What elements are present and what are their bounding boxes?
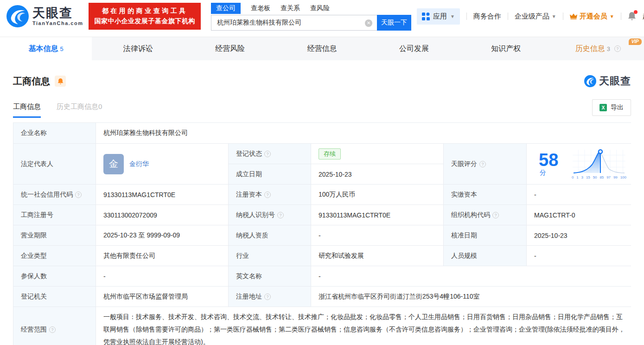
search-tab-boss[interactable]: 查老板 bbox=[251, 3, 270, 14]
field-value-insured-count: - bbox=[96, 266, 228, 286]
field-value-staff-size: - bbox=[527, 246, 634, 266]
help-icon[interactable] bbox=[264, 294, 271, 300]
tab-count: 3 bbox=[607, 45, 610, 52]
field-label-registration-status: 登记状态 bbox=[229, 144, 311, 164]
crown-icon bbox=[570, 13, 577, 19]
business-info-table: 企业名称 杭州珀莱雅生物科技有限公司 法定代表人 金 金衍华 登记状态 存续 成… bbox=[13, 122, 631, 345]
field-label-insured-count: 参保人数 bbox=[13, 266, 96, 286]
field-value-taxpayer-id: 91330113MAG1CTRT0E bbox=[311, 205, 443, 225]
promo-banner[interactable]: 都在用的商业查询工具 国家中小企业发展子基金旗下机构 bbox=[89, 3, 201, 29]
score-distribution-chart: 0131550859799100 bbox=[572, 149, 626, 179]
help-icon[interactable] bbox=[49, 326, 56, 333]
field-label-tianyan-score: 天眼评分 bbox=[444, 144, 526, 184]
field-value-business-scope: 一般项目：技术服务、技术开发、技术咨询、技术交流、技术转让、技术推广；化妆品批发… bbox=[96, 307, 634, 345]
field-value-paid-capital: - bbox=[527, 185, 634, 204]
divider bbox=[563, 13, 563, 20]
search-button[interactable]: 天眼一下 bbox=[377, 15, 411, 31]
field-value-credit-code: 91330113MAG1CTRT0E bbox=[96, 185, 228, 204]
tab-operational-risk[interactable]: 经营风险 bbox=[184, 37, 276, 60]
help-icon[interactable] bbox=[614, 45, 621, 52]
field-label-paid-capital: 实缴资本 bbox=[444, 185, 526, 204]
tianyancha-logo-icon bbox=[584, 75, 596, 87]
field-label-company-type: 企业类型 bbox=[13, 246, 96, 266]
legal-representative-link[interactable]: 金衍华 bbox=[129, 160, 149, 168]
score-curve bbox=[572, 149, 626, 175]
promo-line-2: 国家中小企业发展子基金旗下机构 bbox=[94, 16, 195, 26]
search-input[interactable] bbox=[211, 15, 377, 30]
field-value-english-name: - bbox=[311, 266, 634, 286]
brand-name: 天眼查 bbox=[32, 7, 83, 19]
field-label-business-scope: 经营范围 bbox=[13, 307, 96, 345]
tab-business-info[interactable]: 经营信息 bbox=[276, 37, 368, 60]
chevron-down-icon bbox=[450, 14, 455, 19]
divider bbox=[508, 13, 508, 20]
brand-domain: TianYanCha.com bbox=[32, 20, 83, 26]
menu-open-vip[interactable]: 开通会员 bbox=[570, 12, 614, 21]
field-label-approval-date: 核准日期 bbox=[444, 225, 526, 245]
tab-count: 5 bbox=[60, 45, 64, 52]
help-icon[interactable] bbox=[264, 151, 271, 157]
tab-company-development[interactable]: 公司发展 bbox=[368, 37, 460, 60]
business-registration-section: 工商信息 天眼查 工商信息 历史工商信息0 导出 企业名称 bbox=[0, 74, 644, 345]
help-icon[interactable] bbox=[479, 161, 486, 167]
field-value-organization-code: MAG1CTRT-0 bbox=[527, 205, 634, 225]
field-label-company-name: 企业名称 bbox=[13, 123, 96, 143]
field-label-credit-code: 统一社会信用代码 bbox=[13, 185, 96, 204]
field-label-establish-date: 成立日期 bbox=[229, 164, 311, 184]
company-nav: 基本信息 5 法律诉讼 经营风险 经营信息 公司发展 知识产权 VIP 历史信息… bbox=[0, 37, 644, 60]
field-value-legal-representative: 金 金衍华 bbox=[96, 144, 228, 184]
tianyancha-logo[interactable]: 天眼查 TianYanCha.com bbox=[6, 5, 83, 27]
tab-legal-litigation[interactable]: 法律诉讼 bbox=[92, 37, 184, 60]
tianyancha-watermark: 天眼查 bbox=[584, 74, 631, 88]
menu-account[interactable]: 超级... bbox=[643, 12, 644, 21]
chevron-down-icon bbox=[610, 14, 614, 19]
apps-label: 应用 bbox=[433, 12, 447, 21]
search-box bbox=[211, 15, 377, 31]
search-tab-relation[interactable]: 查关系 bbox=[281, 3, 300, 14]
tab-history-info[interactable]: VIP 历史信息 3 bbox=[552, 37, 644, 60]
score-unit: 分 bbox=[540, 169, 546, 176]
help-icon[interactable] bbox=[264, 192, 271, 198]
score-axis-labels: 0131550859799100 bbox=[572, 175, 626, 179]
field-value-registration-authority: 杭州市临平区市场监督管理局 bbox=[96, 287, 228, 307]
apps-menu[interactable]: 应用 bbox=[417, 8, 460, 25]
field-label-business-term: 营业期限 bbox=[13, 225, 96, 245]
field-value-company-type: 其他有限责任公司 bbox=[96, 246, 228, 266]
tab-basic-info[interactable]: 基本信息 5 bbox=[0, 37, 92, 60]
subtab-business-info[interactable]: 工商信息 bbox=[13, 102, 41, 118]
field-label-registration-authority: 登记机关 bbox=[13, 287, 96, 307]
field-value-registration-status: 存续 bbox=[311, 144, 443, 164]
tab-intellectual-property[interactable]: 知识产权 bbox=[460, 37, 552, 60]
menu-enterprise-products[interactable]: 企业级产品 bbox=[515, 12, 556, 21]
divider bbox=[466, 13, 467, 20]
top-menu: 应用 商务合作 企业级产品 开通会员 超级... bbox=[417, 8, 644, 25]
subscribe-bell-icon[interactable] bbox=[55, 76, 66, 87]
field-value-business-term: 2025-10-23 至 9999-09-09 bbox=[96, 225, 228, 245]
chevron-down-icon bbox=[552, 14, 556, 19]
avatar[interactable]: 金 bbox=[103, 154, 124, 174]
field-label-registered-capital: 注册资本 bbox=[229, 185, 311, 204]
export-button[interactable]: 导出 bbox=[592, 99, 631, 116]
subtab-history-business-info[interactable]: 历史工商信息0 bbox=[57, 102, 102, 118]
field-label-organization-code: 组织机构代码 bbox=[444, 205, 526, 225]
field-value-company-name: 杭州珀莱雅生物科技有限公司 bbox=[96, 123, 634, 143]
search-area: 查公司 查老板 查关系 查风险 天眼一下 bbox=[211, 2, 411, 31]
help-icon[interactable] bbox=[75, 192, 82, 198]
vip-badge: VIP bbox=[629, 38, 642, 45]
field-value-registered-capital: 100万人民币 bbox=[311, 185, 443, 204]
menu-business-cooperation[interactable]: 商务合作 bbox=[473, 12, 501, 21]
excel-icon bbox=[599, 104, 607, 111]
clear-search-icon[interactable] bbox=[365, 19, 372, 27]
notification-bell-icon[interactable] bbox=[628, 12, 636, 21]
field-value-registration-number: 330113002072009 bbox=[96, 205, 228, 225]
field-label-registered-address: 注册地址 bbox=[229, 287, 311, 307]
help-icon[interactable] bbox=[492, 212, 499, 218]
notification-dot bbox=[634, 10, 638, 14]
help-icon[interactable] bbox=[277, 212, 284, 218]
search-tab-risk[interactable]: 查风险 bbox=[310, 3, 330, 14]
field-value-approval-date: 2025-10-23 bbox=[527, 225, 634, 245]
score-number: 58 bbox=[539, 150, 558, 170]
tianyancha-logo-icon bbox=[6, 5, 29, 27]
field-value-tianyan-score[interactable]: 58分 bbox=[527, 144, 634, 184]
search-tab-company[interactable]: 查公司 bbox=[211, 3, 241, 14]
